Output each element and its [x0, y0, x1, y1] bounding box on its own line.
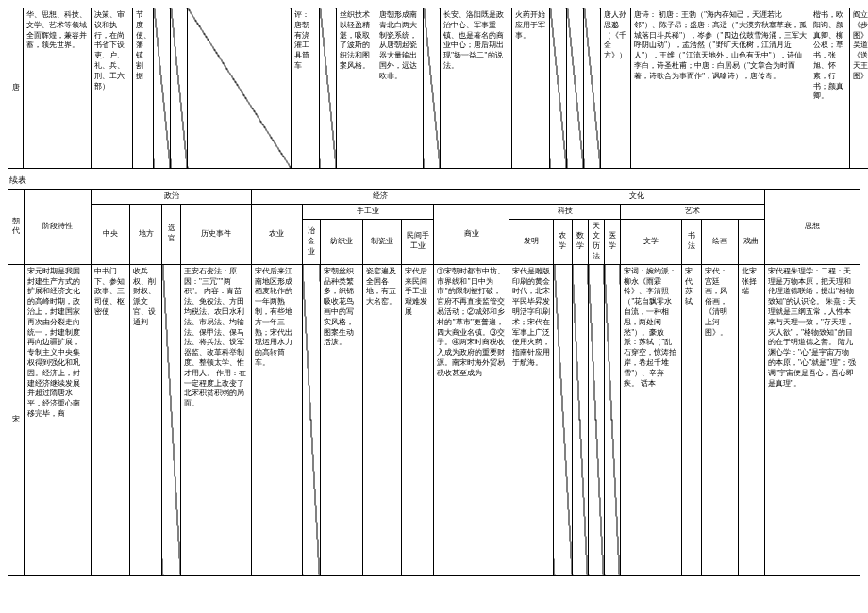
tang-medical: 唐人孙思邈（《千金方》）	[601, 8, 631, 169]
diag-cell	[550, 8, 567, 169]
song-paint: 宋代：宫廷画，风俗画，《清明上河图》。	[702, 264, 739, 575]
hdr-astro: 天文历法	[588, 219, 604, 264]
diag-cell	[302, 264, 320, 575]
tang-ceramic: 唐朝形成南青北白两大制瓷系统，从唐朝起瓷器大量输出国外，远达欧非。	[376, 8, 424, 169]
diag-cell	[554, 264, 572, 575]
song-thought: 宋代程朱理学：二程：天理是万物本原，把天理和伦理道德联络，提出"格物致知"的认识…	[764, 264, 860, 575]
tang-local: 节度使、藩镇割据	[133, 8, 154, 169]
hdr-med: 医学	[604, 219, 620, 264]
song-events: 王安石变法：原因："三冗""两积"。 内容：青苗法、免役法、方田均税法、农田水利…	[180, 264, 251, 575]
song-dynasty: 宋	[8, 264, 25, 575]
tang-textile: 丝织技术以轻盈精湛，吸取了波斯的织法和图案风格。	[337, 8, 376, 169]
hdr-opera: 戏曲	[738, 219, 764, 264]
hdr-metal: 冶金业	[302, 219, 320, 264]
song-agri: 宋代后来江南地区形成稻麦轮作的一年两熟制，有些地方一年三熟；宋代出现运用水力的高…	[251, 264, 302, 575]
hdr-central: 中央	[92, 204, 130, 264]
tang-invent: 火药开始应用于军事。	[512, 8, 550, 169]
diag-cell	[572, 264, 588, 575]
song-folk: 宋代后来民间手工业艰难发展	[402, 264, 434, 575]
tang-literature: 唐诗： 初唐：王勃（"海内存知己，天涯若比邻"）、陈子昂；盛唐：高适（"大漠穷秋…	[631, 8, 810, 169]
song-feature: 宋元时期是我国封建生产方式的扩展和经济文化的高峰时期，政治上，封建国家再次由分裂…	[25, 264, 92, 575]
hdr-handicraft: 手工业	[302, 204, 434, 219]
hdr-agrisci: 农学	[554, 219, 572, 264]
tang-calli: 楷书，欧阳询、颜真卿、柳公权；草书，张旭、怀素；行书；颜真卿。	[810, 8, 850, 169]
hdr-commerce: 商业	[434, 204, 509, 264]
diag-cell	[584, 8, 601, 169]
hdr-calli: 书法	[681, 219, 701, 264]
hdr-textile: 纺织业	[321, 219, 363, 264]
hdr-invent: 发明	[509, 219, 553, 264]
tang-paint: 阎立本《步辇图》、吴道子《送子天王图》	[850, 8, 869, 169]
hdr-feature: 阶段特性	[25, 190, 92, 265]
hdr-thought: 思想	[764, 190, 860, 265]
hdr-agri: 农业	[251, 204, 302, 264]
song-commerce: ①宋朝时都市中坊、市界线和"日中为市"的限制被打破，官府不再直接监管交易活动；②…	[434, 264, 509, 575]
hdr-tech: 科技	[509, 204, 620, 219]
song-local: 收兵权、削财权、派文官、设通判	[129, 264, 161, 575]
hdr-culture: 文化	[509, 190, 764, 205]
header-row-2: 中央 地方 选官 历史事件 农业 手工业 商业 科技 艺术	[8, 204, 860, 219]
hdr-folk: 民间手工业	[402, 219, 434, 264]
tang-commerce: 长安、洛阳既是政治中心、军事重镇、也是著名的商业中心；唐后期出现"扬一益二"的说…	[441, 8, 512, 169]
diag-cell	[171, 8, 188, 169]
tang-dynasty: 唐	[8, 8, 24, 169]
hdr-politics: 政治	[92, 190, 252, 205]
diag-cell	[188, 8, 292, 169]
diag-cell	[424, 8, 441, 169]
song-textile: 宋朝丝织品种类繁多，织锦吸收花鸟画中的写实风格，图案生动活泼。	[321, 264, 363, 575]
tang-judge: 评：唐朝有浇灌工具筒车	[292, 8, 320, 169]
song-lit: 宋词：婉约派：柳永《雨霖铃》、李清照（"花自飘零水自流，一种相思，两处闲愁"）。…	[621, 264, 681, 575]
hdr-paint: 绘画	[702, 219, 739, 264]
hdr-economy: 经济	[251, 190, 509, 205]
song-invent: 宋代是雕版印刷的黄金时代，北宋平民毕昇发明活字印刷术；宋代在军事上广泛使用火药，…	[509, 264, 553, 575]
diag-cell	[604, 264, 620, 575]
tang-central: 决策、审议和执行，在尚书省下设吏、户、礼、兵、刑、工六部）	[92, 8, 133, 169]
diag-cell	[567, 8, 584, 169]
song-calli: 宋代苏轼	[681, 264, 701, 575]
song-central: 中书门下、参知政事、三司使、枢密使	[92, 264, 130, 575]
hdr-ceramic: 制瓷业	[363, 219, 402, 264]
hdr-select: 选官	[162, 204, 180, 264]
hdr-dynasty: 朝代	[8, 190, 25, 265]
hdr-art: 艺术	[621, 204, 765, 219]
header-row-1: 朝代 阶段特性 政治 经济 文化 思想	[8, 190, 860, 205]
diag-cell	[154, 8, 171, 169]
hdr-events: 历史事件	[180, 204, 251, 264]
song-row: 宋 宋元时期是我国封建生产方式的扩展和经济文化的高峰时期，政治上，封建国家再次由…	[8, 264, 860, 575]
continued-label: 续表	[9, 174, 860, 187]
hdr-math: 数学	[572, 219, 588, 264]
diag-cell	[162, 264, 180, 575]
tang-feature: 华、思想、科技、文学、艺术等领域全面辉煌，兼容并蓄，领先世界。	[24, 8, 92, 169]
diag-cell	[320, 8, 337, 169]
table-song: 朝代 阶段特性 政治 经济 文化 思想 中央 地方 选官 历史事件 农业 手工业…	[8, 189, 860, 576]
hdr-local: 地方	[129, 204, 161, 264]
table-tang: 唐 华、思想、科技、文学、艺术等领域全面辉煌，兼容并蓄，领先世界。 决策、审议和…	[8, 8, 868, 169]
song-ceramic: 瓷窑遍及全国各地；有五大名窑。	[363, 264, 402, 575]
song-opera: 北宋张择端	[738, 264, 764, 575]
diag-cell	[588, 264, 604, 575]
hdr-lit: 文学	[621, 219, 681, 264]
